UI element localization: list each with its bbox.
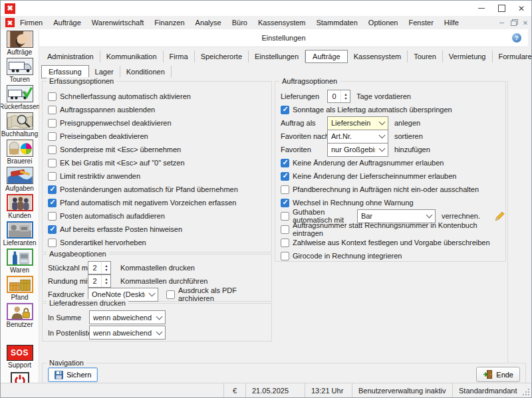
option-schnellerfassung[interactable]: Schnellerfassung automatisch aktivieren: [48, 90, 271, 103]
sidebar-item-waren[interactable]: Waren: [1, 249, 39, 274]
menu-hilfe[interactable]: Hilfe: [439, 16, 464, 29]
option-posten-aufaddieren[interactable]: Posten automatisch aufaddieren: [48, 209, 271, 223]
checkbox[interactable]: [281, 172, 289, 181]
close-button[interactable]: [511, 1, 531, 16]
edit-pencil-icon[interactable]: [495, 211, 505, 221]
option-girocode[interactable]: Girocode in Rechnung integrieren: [275, 249, 505, 262]
checkbox[interactable]: [281, 239, 289, 247]
option-preisgruppenwechsel[interactable]: Preisgruppenwechsel deaktivieren: [48, 116, 271, 130]
sidebar-item-rueckerfassen[interactable]: Rückerfassen: [1, 85, 39, 111]
menu-buero[interactable]: Büro: [227, 16, 253, 29]
option-zahlweise-kontext[interactable]: Zahlweise aus Kontext festlegen und Vorg…: [275, 236, 505, 249]
tab-firma[interactable]: Firma: [164, 50, 195, 62]
resize-grip[interactable]: [523, 389, 531, 397]
option-keine-lieferscheinnummer[interactable]: Keine Änderung der Lieferscheinnummer er…: [275, 169, 505, 183]
checkbox[interactable]: [48, 199, 57, 207]
checkbox[interactable]: [48, 159, 57, 167]
tab-kassensystem[interactable]: Kassensystem: [348, 50, 408, 62]
auftrag-als-dropdown[interactable]: Lieferschein: [327, 116, 388, 130]
sidebar-item-brauerei[interactable]: Brauerei: [1, 140, 39, 165]
option-sonntage-ueberspringen[interactable]: Sonntage als Liefertag automatisch übers…: [275, 103, 505, 116]
checkbox[interactable]: [48, 225, 57, 234]
tab-speicherorte[interactable]: Speicherorte: [195, 50, 249, 62]
checkbox[interactable]: [281, 252, 289, 260]
favoriten-nach-dropdown[interactable]: Art.Nr.: [327, 130, 388, 144]
option-keine-auftragsnummer[interactable]: Keine Änderung der Auftragsnummer erlaub…: [275, 156, 505, 169]
rundung-spinner[interactable]: 2: [88, 274, 111, 288]
maximize-button[interactable]: [491, 1, 511, 16]
option-pfand-negativ[interactable]: Pfand automatisch mit negativem Vorzeich…: [48, 196, 271, 209]
option-wechsel-rechnung[interactable]: Wechsel in Rechnung ohne Warnung: [275, 196, 505, 209]
checkbox[interactable]: [281, 159, 289, 167]
checkbox[interactable]: [48, 92, 57, 101]
favoriten-dropdown[interactable]: nur Großgebinde: [327, 143, 388, 157]
checkbox[interactable]: [48, 212, 57, 221]
menu-auftraege[interactable]: Aufträge: [48, 16, 86, 29]
subtab-erfassung[interactable]: Erfassung: [41, 65, 89, 78]
menu-fenster[interactable]: Fenster: [404, 16, 439, 29]
menu-firmen[interactable]: Firmen: [15, 16, 48, 29]
option-erfasste-posten-hinweis[interactable]: Auf bereits erfasste Posten hinweisen: [48, 223, 271, 236]
option-pdf-archivieren[interactable]: Ausdruck als PDF archivieren: [166, 286, 271, 302]
menu-kassensystem[interactable]: Kassensystem: [253, 16, 311, 29]
menu-finanzen[interactable]: Finanzen: [149, 16, 190, 29]
minimize-button[interactable]: [471, 1, 491, 16]
exit-button[interactable]: Ende: [476, 367, 520, 382]
sidebar-item-lieferanten[interactable]: Lieferanten: [1, 221, 39, 247]
checkbox[interactable]: [166, 290, 175, 299]
sidebar-item-buchhaltung[interactable]: Buchhaltung: [1, 112, 39, 138]
spinner-buttons[interactable]: [101, 262, 110, 274]
option-auftragsspannen[interactable]: Auftragsspannen ausblenden: [48, 103, 271, 116]
menu-optionen[interactable]: Optionen: [363, 16, 404, 29]
tab-formulare[interactable]: Formulare: [493, 50, 532, 62]
checkbox[interactable]: [48, 119, 57, 128]
checkbox[interactable]: [48, 185, 57, 194]
tab-vermietung[interactable]: Vermietung: [443, 50, 493, 62]
checkbox[interactable]: [48, 132, 57, 141]
sidebar-item-support[interactable]: SOS Support: [1, 345, 39, 371]
checkbox[interactable]: [281, 199, 289, 207]
spinner-buttons[interactable]: [340, 90, 350, 102]
checkbox[interactable]: [281, 225, 289, 234]
lieferungen-spinner[interactable]: 0: [327, 90, 350, 103]
option-auftragsnummer-kontenbuch[interactable]: Auftragsnummer statt Rechnungsnummer in …: [275, 223, 505, 236]
subtab-lager[interactable]: Lager: [89, 66, 120, 78]
tab-touren[interactable]: Touren: [408, 50, 443, 62]
in-summe-dropdown[interactable]: wenn abweichend: [89, 310, 166, 324]
sidebar-item-auftraege[interactable]: Aufträge: [1, 31, 39, 56]
tab-einstellungen[interactable]: Einstellungen: [249, 50, 305, 62]
sidebar-item-aufgaben[interactable]: Aufgaben: [1, 167, 39, 193]
tab-kommunikation[interactable]: Kommunikation: [100, 50, 164, 62]
option-sonderpreise-esc[interactable]: Sonderpreise mit <Esc> übernehmen: [48, 143, 271, 156]
checkbox[interactable]: [281, 212, 289, 221]
save-button[interactable]: Sichern: [48, 367, 98, 382]
help-icon[interactable]: [512, 33, 521, 43]
mdi-minimize-button[interactable]: [495, 17, 507, 28]
sidebar-item-pfand[interactable]: Pfand: [1, 276, 39, 302]
option-ek-gratis[interactable]: EK bei Gratis mit <Esc> auf "0" setzen: [48, 156, 271, 169]
sidebar-item-touren[interactable]: Touren: [1, 58, 39, 84]
menu-warenwirtschaft[interactable]: Warenwirtschaft: [86, 16, 149, 29]
option-limit-restriktiv[interactable]: Limit restriktiv anwenden: [48, 169, 271, 183]
in-postenliste-dropdown[interactable]: wenn abweichend: [89, 326, 166, 340]
sidebar-item-benutzer[interactable]: Benutzer: [1, 303, 39, 329]
option-pfandberechnung[interactable]: Pfandberechnung in Aufträgen nicht ein-o…: [275, 183, 505, 196]
checkbox[interactable]: [48, 106, 57, 114]
checkbox[interactable]: [281, 185, 289, 194]
checkbox[interactable]: [48, 172, 57, 181]
checkbox[interactable]: [48, 146, 57, 154]
subtab-konditionen[interactable]: Konditionen: [120, 66, 172, 78]
option-preiseingaben[interactable]: Preiseingaben deaktivieren: [48, 130, 271, 143]
menu-analyse[interactable]: Analyse: [190, 16, 227, 29]
menu-stammdaten[interactable]: Stammdaten: [311, 16, 362, 29]
checkbox[interactable]: [281, 106, 289, 114]
tab-administration[interactable]: Administration: [41, 50, 100, 62]
option-postenaenderungen-pfand[interactable]: Postenänderungen automatisch für Pfand ü…: [48, 183, 271, 196]
sidebar-item-kunden[interactable]: Kunden: [1, 194, 39, 220]
mdi-restore-button[interactable]: [507, 17, 519, 28]
mdi-close-button[interactable]: [519, 17, 531, 28]
tab-auftraege[interactable]: Aufträge: [305, 50, 348, 63]
checkbox[interactable]: [48, 239, 57, 247]
spinner-buttons[interactable]: [101, 275, 110, 287]
option-sonderartikel[interactable]: Sonderartikel hervorheben: [48, 236, 271, 249]
